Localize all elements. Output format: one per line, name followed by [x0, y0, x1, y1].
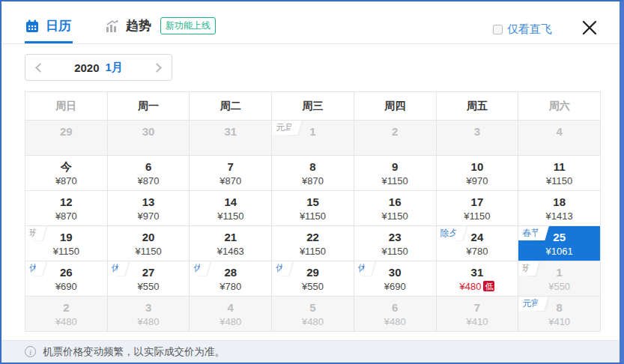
weekday-header: 周日 [25, 92, 108, 121]
year-label: 2020 [74, 61, 99, 74]
date-tag: 除夕 [437, 226, 460, 240]
direct-only-toggle[interactable]: 仅看直飞 [493, 22, 552, 37]
calendar-cell[interactable]: 17¥1150 [437, 191, 519, 226]
month-title: 2020 1月 [74, 61, 123, 75]
prev-month-button[interactable] [35, 63, 45, 73]
month-label: 1月 [106, 61, 123, 75]
price-value: ¥780 [219, 281, 241, 292]
next-month-button[interactable] [152, 63, 162, 73]
price-label: ¥550 [518, 280, 600, 293]
calendar-cell[interactable]: 12¥870 [25, 191, 108, 226]
price-disclaimer: 机票价格变动频繁，以实际成交价为准。 [43, 345, 225, 359]
calendar-cell[interactable]: 20¥1150 [108, 226, 190, 261]
price-label: ¥690 [25, 280, 107, 293]
calendar-cell[interactable]: 7¥870 [190, 156, 272, 191]
calendar-cell[interactable]: 春节25¥1061 [518, 226, 601, 261]
price-label: ¥1150 [272, 210, 354, 222]
price-label: ¥410 [437, 315, 518, 328]
tab-bar: 日历 趋势 新功能上线 仅看直飞 [1, 1, 620, 44]
calendar-cell[interactable]: 除夕24¥780 [437, 226, 519, 261]
calendar-cell[interactable]: 21¥1463 [190, 226, 272, 261]
flight-calendar-dialog: 日历 趋势 新功能上线 仅看直飞 [0, 0, 624, 364]
date-tag: 休 [272, 261, 286, 276]
price-label: ¥1413 [518, 210, 600, 222]
calendar-cell[interactable]: 13¥970 [108, 191, 190, 226]
price-value: ¥410 [466, 316, 488, 327]
calendar-cell[interactable]: 班19¥1150 [25, 226, 108, 261]
calendar-cell[interactable]: 14¥1150 [190, 191, 272, 226]
active-tab-underline [25, 41, 73, 43]
calendar-body: 293031元旦1234今¥8706¥8707¥8708¥8709¥115010… [25, 121, 601, 332]
calendar-row: 293031元旦1234 [25, 121, 601, 156]
price-value: ¥870 [55, 175, 77, 186]
date-number: 31 [190, 124, 271, 139]
price-label: ¥780 [437, 245, 518, 258]
calendar-cell[interactable]: 18¥1413 [518, 191, 601, 226]
date-number: 17 [437, 194, 518, 210]
price-value: ¥690 [55, 281, 77, 292]
calendar-cell[interactable]: 31¥480低 [437, 261, 519, 297]
date-number: 5 [272, 300, 354, 315]
price-label: ¥1150 [190, 210, 271, 222]
calendar-cell[interactable]: 15¥1150 [272, 191, 354, 226]
date-number: 今 [25, 159, 107, 175]
price-value: ¥1150 [300, 210, 326, 222]
calendar-cell[interactable]: 11¥1150 [518, 156, 601, 191]
calendar-cell[interactable]: 23¥1150 [354, 226, 437, 261]
price-label: ¥1150 [354, 245, 436, 258]
calendar-cell: 31 [190, 121, 272, 156]
price-value: ¥1463 [217, 246, 244, 257]
date-number: 8 [272, 159, 354, 175]
date-tag: 班 [25, 226, 40, 240]
tab-calendar[interactable]: 日历 [25, 17, 71, 34]
calendar-cell[interactable]: 8¥870 [272, 156, 354, 191]
calendar-cell[interactable]: 休26¥690 [25, 261, 108, 297]
price-label: ¥410 [518, 315, 600, 328]
calendar-cell[interactable]: 今¥870 [25, 156, 108, 191]
price-label: ¥480 [354, 315, 436, 328]
price-value: ¥480 [302, 316, 324, 327]
tab-calendar-label: 日历 [46, 17, 71, 34]
price-label: ¥1463 [190, 245, 271, 258]
close-button[interactable] [579, 17, 600, 38]
calendar-cell[interactable]: 休29¥550 [272, 261, 354, 297]
price-label: ¥1150 [437, 210, 518, 222]
price-value: ¥550 [302, 281, 324, 292]
calendar-cell[interactable]: 22¥1150 [272, 226, 354, 261]
footer-bar: i 机票价格变动频繁，以实际成交价为准。 [1, 340, 620, 363]
calendar-cell[interactable]: 休27¥550 [108, 261, 190, 297]
date-number: 18 [518, 194, 600, 210]
price-label: ¥480 [272, 315, 354, 328]
price-label: ¥1061 [518, 245, 600, 258]
calendar-row: 班19¥115020¥115021¥146322¥115023¥1150除夕24… [25, 226, 601, 261]
price-label: ¥550 [272, 280, 354, 293]
direct-only-checkbox[interactable] [493, 25, 503, 34]
calendar-cell[interactable]: 9¥1150 [354, 156, 437, 191]
price-value: ¥1150 [53, 246, 79, 257]
date-tag: 元旦 [272, 121, 295, 135]
calendar-row: 12¥87013¥97014¥115015¥115016¥115017¥1150… [25, 191, 601, 226]
calendar-cell: 5¥480 [272, 297, 354, 332]
date-tag: 班 [518, 261, 533, 276]
price-value: ¥410 [548, 316, 570, 327]
low-price-badge: 低 [483, 281, 494, 291]
price-label: ¥970 [108, 210, 190, 222]
calendar-cell[interactable]: 10¥970 [437, 156, 519, 191]
date-number: 2 [25, 300, 107, 315]
calendar-cell[interactable]: 休30¥690 [354, 261, 437, 297]
trend-chart-icon [105, 19, 120, 34]
price-value: ¥690 [384, 281, 406, 292]
date-tag: 元宵 [518, 297, 542, 311]
calendar-cell[interactable]: 16¥1150 [354, 191, 437, 226]
calendar-cell[interactable]: 休28¥780 [190, 261, 272, 297]
calendar-cell[interactable]: 6¥870 [108, 156, 190, 191]
price-label: ¥1150 [354, 175, 436, 187]
tab-trend[interactable]: 趋势 新功能上线 [105, 17, 216, 34]
price-value: ¥480 [459, 281, 481, 292]
calendar-cell: 元宵8¥410 [518, 297, 601, 332]
close-icon [581, 19, 598, 36]
price-label: ¥870 [25, 175, 107, 187]
calendar-cell: 3 [437, 121, 519, 156]
price-value: ¥1061 [546, 246, 573, 257]
calendar-cell: 7¥410 [437, 297, 519, 332]
